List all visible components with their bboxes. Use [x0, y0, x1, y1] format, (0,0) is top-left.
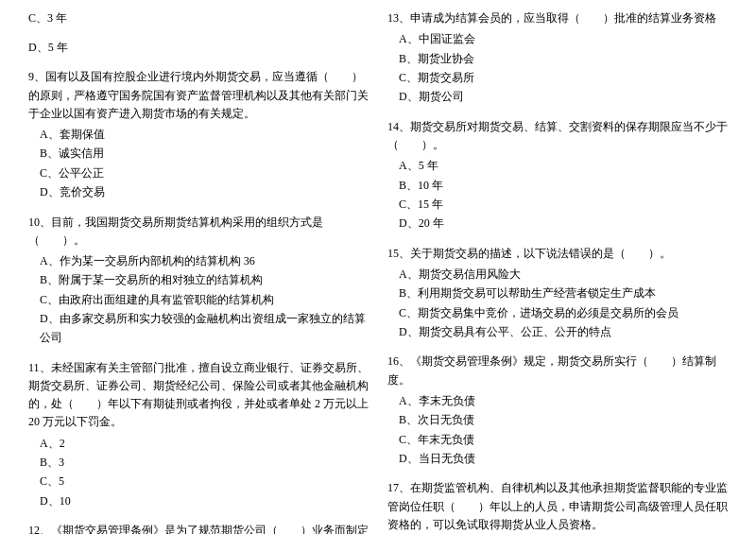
options-list: A、期货交易信用风险大B、利用期货交易可以帮助生产经营者锁定生产成本C、期货交易… [399, 265, 728, 342]
option-item: C、期货交易集中竞价，进场交易的必须是交易所的会员 [399, 303, 728, 322]
question-q11: 11、未经国家有关主管部门批准，擅自设立商业银行、证券交易所、期货交易所、证券公… [28, 359, 369, 510]
question-text: D、5 年 [28, 39, 369, 57]
page: C、3 年D、5 年9、国有以及国有控股企业进行境内外期货交易，应当遵循（ ）的… [28, 9, 728, 534]
question-q9: 9、国有以及国有控股企业进行境内外期货交易，应当遵循（ ）的原则，严格遵守国务院… [28, 68, 369, 201]
option-item: C、由政府出面组建的具有监管职能的结算机构 [40, 290, 369, 309]
question-text: 11、未经国家有关主管部门批准，擅自设立商业银行、证券交易所、期货交易所、证券公… [28, 359, 369, 432]
question-q_c3: C、3 年 [28, 9, 369, 27]
question-text: C、3 年 [28, 9, 369, 27]
option-item: C、公平公正 [40, 164, 369, 182]
question-q13: 13、申请成为结算会员的，应当取得（ ）批准的结算业务资格A、中国证监会B、期货… [387, 9, 728, 107]
question-q17: 17、在期货监管机构、自律机构以及其他承担期货监督职能的专业监管岗位任职（ ）年… [387, 479, 728, 534]
question-q15: 15、关于期货交易的描述，以下说法错误的是（ ）。A、期货交易信用风险大B、利用… [387, 245, 728, 342]
option-item: D、10 [40, 491, 369, 510]
question-q_d5: D、5 年 [28, 39, 369, 57]
option-item: D、当日无负债 [399, 449, 728, 468]
question-text: 17、在期货监管机构、自律机构以及其他承担期货监督职能的专业监管岗位任职（ ）年… [387, 479, 728, 534]
question-text: 15、关于期货交易的描述，以下说法错误的是（ ）。 [387, 245, 728, 263]
option-item: A、作为某一交易所内部机构的结算机构 36 [40, 251, 369, 270]
option-item: A、套期保值 [40, 125, 369, 144]
option-item: B、期货业协会 [399, 49, 728, 68]
question-q12: 12、《期货交易管理条例》是为了规范期货公司（ ）业务而制定的。A、结算业务B、… [28, 522, 369, 534]
option-item: A、5 年 [399, 156, 728, 175]
question-q16: 16、《期货交易管理条例》规定，期货交易所实行（ ）结算制度。A、李末无负债B、… [387, 353, 728, 468]
question-text: 10、目前，我国期货交易所期货结算机构采用的组织方式是（ ）。 [28, 214, 369, 250]
question-text: 13、申请成为结算会员的，应当取得（ ）批准的结算业务资格 [387, 9, 728, 27]
option-item: B、次日无负债 [399, 410, 728, 429]
option-item: D、期货交易具有公平、公正、公开的特点 [399, 322, 728, 341]
options-list: A、2B、3C、5D、10 [40, 434, 369, 511]
options-list: A、中国证监会B、期货业协会C、期货交易所D、期货公司 [399, 29, 728, 107]
options-list: A、作为某一交易所内部机构的结算机构 36B、附属于某一交易所的相对独立的结算机… [40, 251, 369, 348]
option-item: C、年末无负债 [399, 430, 728, 449]
option-item: D、20 年 [399, 214, 728, 233]
options-list: A、李末无负债B、次日无负债C、年末无负债D、当日无负债 [399, 391, 728, 469]
option-item: C、5 [40, 472, 369, 491]
option-item: D、期货公司 [399, 87, 728, 106]
question-q10: 10、目前，我国期货交易所期货结算机构采用的组织方式是（ ）。A、作为某一交易所… [28, 214, 369, 348]
option-item: D、竞价交易 [40, 182, 369, 201]
left-column: C、3 年D、5 年9、国有以及国有控股企业进行境内外期货交易，应当遵循（ ）的… [28, 9, 369, 534]
option-item: B、附属于某一交易所的相对独立的结算机构 [40, 270, 369, 289]
question-q14: 14、期货交易所对期货交易、结算、交割资料的保存期限应当不少于（ ）。A、5 年… [387, 118, 728, 233]
question-text: 14、期货交易所对期货交易、结算、交割资料的保存期限应当不少于（ ）。 [387, 118, 728, 154]
question-text: 12、《期货交易管理条例》是为了规范期货公司（ ）业务而制定的。 [28, 522, 369, 534]
option-item: A、2 [40, 434, 369, 453]
option-item: C、15 年 [399, 195, 728, 214]
option-item: D、由多家交易所和实力较强的金融机构出资组成一家独立的结算公司 [40, 309, 369, 348]
options-list: A、5 年B、10 年C、15 年D、20 年 [399, 156, 728, 233]
options-list: A、套期保值B、诚实信用C、公平公正D、竞价交易 [40, 125, 369, 202]
right-column: 13、申请成为结算会员的，应当取得（ ）批准的结算业务资格A、中国证监会B、期货… [387, 9, 728, 534]
option-item: A、期货交易信用风险大 [399, 265, 728, 284]
question-text: 9、国有以及国有控股企业进行境内外期货交易，应当遵循（ ）的原则，严格遵守国务院… [28, 68, 369, 123]
option-item: B、诚实信用 [40, 144, 369, 163]
option-item: A、李末无负债 [399, 391, 728, 410]
option-item: B、3 [40, 453, 369, 472]
option-item: B、10 年 [399, 176, 728, 195]
option-item: C、期货交易所 [399, 68, 728, 87]
option-item: A、中国证监会 [399, 29, 728, 48]
content-columns: C、3 年D、5 年9、国有以及国有控股企业进行境内外期货交易，应当遵循（ ）的… [28, 9, 728, 534]
option-item: B、利用期货交易可以帮助生产经营者锁定生产成本 [399, 284, 728, 302]
question-text: 16、《期货交易管理条例》规定，期货交易所实行（ ）结算制度。 [387, 353, 728, 388]
